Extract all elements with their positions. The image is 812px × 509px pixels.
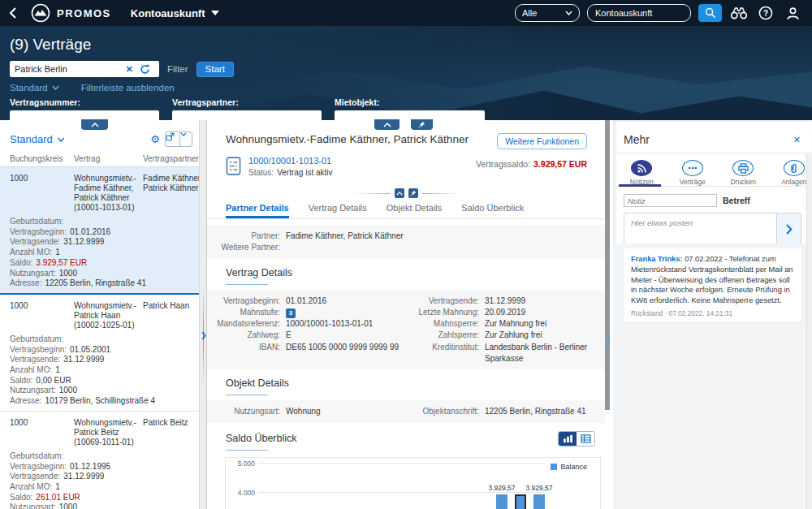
vertragspartner-input[interactable]: [172, 110, 322, 120]
pin-section-button[interactable]: [408, 188, 418, 198]
contract-number-link[interactable]: 1000/10001-1013-01: [248, 156, 333, 166]
app-title: Kontoauskunft: [131, 7, 205, 19]
post-send-button[interactable]: [776, 214, 801, 244]
variant-selector[interactable]: Standard: [10, 83, 59, 93]
tab-drucken[interactable]: Drucken: [725, 160, 762, 186]
right-splitter[interactable]: ❮: [605, 120, 613, 509]
start-button[interactable]: Start: [197, 62, 234, 77]
notes-feed-icon: [631, 160, 652, 176]
list-variant-selector[interactable]: Standard: [10, 133, 65, 145]
global-search-input[interactable]: [587, 4, 691, 22]
gridline: [258, 463, 545, 464]
chevron-up-icon: [383, 123, 391, 127]
vertrag-details-block: Vertragsbeginn:01.01.2016Mahnstufe:3Mand…: [207, 290, 605, 370]
tab-partner-details[interactable]: Partner Details: [226, 203, 289, 218]
filter-field-vertragsnummer: Vertragsnummer:: [10, 97, 172, 120]
quick-search-input[interactable]: [10, 64, 122, 74]
collapse-header-button[interactable]: [374, 119, 400, 130]
left-splitter[interactable]: ❯: [199, 120, 207, 509]
bar-balance[interactable]: [496, 494, 508, 509]
export-menu-button[interactable]: [180, 132, 192, 146]
tab-label: Anlagen: [781, 178, 806, 186]
betreff-label: Betreff: [723, 196, 750, 205]
refresh-arrows-icon: [140, 64, 150, 75]
chevron-down-icon: [180, 132, 187, 136]
y-axis-title: Betrag (EUR): [227, 506, 235, 509]
filter-field-label: Vertragspartner:: [172, 97, 335, 107]
contract-list: 1000Wohnungsmietv.-Fadime Käthner, Patri…: [0, 167, 199, 509]
refresh-icon[interactable]: [136, 64, 153, 75]
bar-balance[interactable]: [515, 494, 526, 509]
export-button[interactable]: [166, 132, 180, 146]
legend-swatch-balance: [551, 464, 557, 470]
tab-saldo-berblick[interactable]: Saldo Überblick: [461, 203, 524, 218]
active-tab-underline: [619, 184, 661, 187]
app-title-menu[interactable]: Kontoauskunft: [131, 7, 219, 19]
note-author: Franka Trinks:: [631, 255, 683, 263]
object-title: Wohnungsmietv.-Fadime Käthner, Patrick K…: [226, 133, 469, 145]
form-field: Letzte Mahnung:20.09.2019: [406, 307, 605, 318]
form-field: Vertragsende:31.12.9999: [406, 295, 605, 307]
collapse-list-button[interactable]: [81, 119, 108, 130]
global-search-button[interactable]: [698, 4, 722, 22]
tab-vertrag-details[interactable]: Vertrag Details: [309, 203, 367, 218]
tab-objekt-details[interactable]: Objekt Details: [387, 203, 442, 218]
tab-notizen[interactable]: Notizen: [624, 160, 660, 186]
cell-vertrag: Wohnungsmietv.-Patrick Haan (10002-1025-…: [74, 301, 138, 330]
filter-field-mietobjekt: Mietobjekt:: [335, 97, 497, 120]
contract-list-item[interactable]: 1000Wohnungsmietv.-Fadime Käthner, Patri…: [0, 167, 199, 295]
collapse-section-button[interactable]: [395, 188, 404, 198]
pin-header-button[interactable]: [411, 119, 433, 130]
legend-label: Balance: [560, 463, 587, 471]
ellipsis-icon: [682, 160, 703, 176]
help-button[interactable]: ?: [756, 3, 775, 23]
note-card[interactable]: Franka Trinks: 07.02.2022 - Telefonat zu…: [624, 248, 801, 322]
mietobjekt-input[interactable]: [335, 110, 485, 120]
cell-vertragspartner: Patrick Beitz: [143, 418, 199, 447]
search-scope-select[interactable]: Alle: [515, 4, 580, 22]
binoculars-search-button[interactable]: [729, 3, 749, 23]
contract-list-item[interactable]: 1000Wohnungsmietv.-Patrick Beitz (10069-…: [0, 412, 199, 509]
app-title-caret-icon: [211, 11, 219, 15]
post-note-input[interactable]: Hier etwas posten: [624, 214, 776, 244]
chart-view-button[interactable]: [559, 432, 577, 446]
table-view-button[interactable]: [577, 432, 594, 446]
chart-view-toggle: [558, 431, 595, 446]
back-button[interactable]: [0, 7, 24, 19]
notiz-subject-input[interactable]: [624, 194, 717, 207]
form-field: IBAN:DE65 1005 0000 9999 9999 99: [207, 342, 406, 353]
tab-vertraege[interactable]: Verträge: [675, 160, 711, 186]
form-field: Nutzungsart:Wohnung: [207, 406, 406, 417]
scrollbar[interactable]: [806, 154, 812, 509]
bar-balance[interactable]: [533, 494, 545, 509]
send-chevron-icon: [786, 224, 793, 235]
user-profile-button[interactable]: [783, 3, 802, 23]
list-column-headers: Buchungskreis Vertrag Vertragspartner: [0, 152, 199, 167]
detail-field: Nutzungsart:1000: [0, 269, 199, 279]
splitter-collapse-icon[interactable]: ❮: [605, 336, 611, 344]
printer-icon: [732, 160, 754, 176]
quick-search-field: ✕: [10, 61, 159, 77]
close-icon[interactable]: ✕: [793, 135, 801, 145]
contract-list-item[interactable]: 1000Wohnungsmietv.-Patrick Haan (10002-1…: [0, 295, 199, 412]
balance-chart: 5.0004.0003.0002.0001.0003.929,573.929,5…: [225, 457, 601, 509]
y-tick-label: 5.000: [227, 459, 255, 468]
cell-vertragspartner: Fadime Käthner, Patrick Käthner: [143, 174, 199, 213]
splitter-expand-icon[interactable]: ❯: [201, 331, 207, 339]
detail-field: Saldo:261,01 EUR: [0, 493, 199, 503]
cell-vertragspartner: Patrick Haan: [143, 301, 199, 330]
hide-filterbar-link[interactable]: Filterleiste ausblenden: [81, 83, 175, 93]
column-header-vertragspartner: Vertragspartner: [143, 154, 199, 163]
section-title-vertrag-details: Vertrag Details: [207, 259, 605, 278]
more-functions-button[interactable]: Weitere Funktionen: [497, 133, 587, 149]
list-settings-button[interactable]: ⚙: [150, 134, 160, 145]
form-field: Partner:Fadime Käthner, Patrick Käthner: [207, 231, 605, 242]
form-field: Mandatsreferenz:1000/10001-1013-01-01: [207, 318, 406, 330]
detail-field: Geburtsdatum:: [0, 451, 199, 462]
chevron-down-icon: [57, 137, 65, 142]
cell-buchungskreis: 1000: [10, 301, 69, 330]
contract-list-panel: Standard ⚙ Buchungskreis: [0, 120, 199, 509]
chevron-down-icon: [565, 11, 572, 15]
detail-field: Geburtsdatum:: [0, 334, 199, 345]
clear-search-icon[interactable]: ✕: [122, 64, 136, 75]
